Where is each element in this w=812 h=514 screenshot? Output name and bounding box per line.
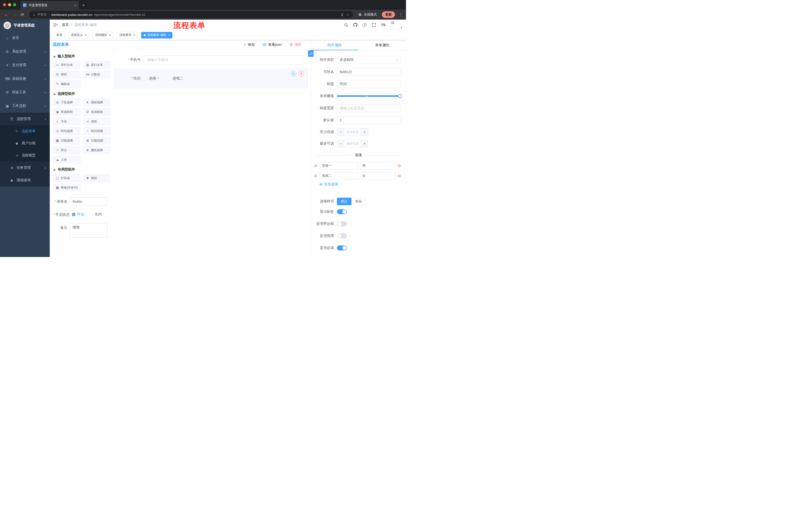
option-value-input[interactable] <box>360 162 396 169</box>
bookmark-star-icon[interactable]: ☆ <box>346 12 349 17</box>
grid-span-slider[interactable] <box>337 92 401 100</box>
palette-item-radio-group[interactable]: ◉单选框组 <box>53 108 80 116</box>
window-close-button[interactable] <box>3 3 6 6</box>
breadcrumb-home[interactable]: 首页 <box>62 23 69 27</box>
max-select-input[interactable] <box>344 140 361 147</box>
palette-item-cascader[interactable]: ⋔级联选择 <box>83 99 111 106</box>
palette-item-button[interactable]: ✚按钮 <box>83 174 111 182</box>
palette-item-editor[interactable]: ✎编辑器 <box>53 80 80 88</box>
delete-field-button[interactable] <box>298 71 304 77</box>
sidebar-item-payment[interactable]: ¥ 支付管理 ∨ <box>0 58 50 72</box>
status-off-radio[interactable]: 关闭 <box>89 212 102 217</box>
save-button[interactable]: ✓ 保存 <box>243 43 255 47</box>
canvas-field-phone[interactable]: *手机号 <box>114 55 311 64</box>
clear-button[interactable]: 清空 <box>289 43 301 47</box>
tag-close-icon[interactable]: × <box>85 33 87 37</box>
decrease-button[interactable]: − <box>337 140 344 147</box>
window-zoom-button[interactable] <box>13 3 16 6</box>
phone-input[interactable] <box>143 55 303 64</box>
user-avatar[interactable]: ▾ <box>390 20 402 29</box>
tab-close-icon[interactable]: × <box>75 3 76 7</box>
component-type-select[interactable]: 多选框组 ∨ <box>337 56 401 64</box>
address-bar[interactable]: ⚠ 不安全 | dashboard.yudao.iocoder.cn /bpm/… <box>29 11 353 18</box>
tag-process-definition[interactable]: 流程定义 × <box>68 32 89 38</box>
view-json-button[interactable]: 查看json <box>262 43 282 47</box>
decrease-button[interactable]: − <box>337 129 344 136</box>
collapse-sidebar-icon[interactable] <box>53 23 58 27</box>
tag-process-form-edit[interactable]: 流程表单-编辑 × <box>141 32 173 38</box>
status-on-radio[interactable]: 开启 <box>72 212 84 217</box>
field-name-input[interactable] <box>337 68 401 76</box>
drag-handle-icon[interactable] <box>314 174 318 178</box>
palette-item-table[interactable]: ▦表格[开发中] <box>53 184 80 191</box>
tab-component-props[interactable]: 组件属性 <box>311 40 358 50</box>
label-width-input[interactable] <box>337 104 401 112</box>
option-label-input[interactable] <box>320 162 358 169</box>
browser-update-button[interactable]: 更新 <box>382 11 395 18</box>
increase-button[interactable]: + <box>361 129 368 136</box>
tag-close-icon[interactable]: × <box>168 33 170 37</box>
min-select-input[interactable] <box>344 129 361 136</box>
show-label-switch[interactable] <box>337 209 347 214</box>
remove-option-icon[interactable]: ⊖ <box>398 174 401 178</box>
sidebar-item-leave-query[interactable]: ♟ 请假查询 <box>0 174 50 187</box>
gender-option-1-checkbox[interactable]: 选项一 <box>143 76 160 81</box>
palette-item-checkbox-group[interactable]: ☑多选框组 <box>83 108 111 116</box>
palette-item-date-range[interactable]: ⊞日期范围 <box>83 137 111 144</box>
sidebar-item-infrastructure[interactable]: ⌨ 基础设施 ∨ <box>0 72 50 85</box>
palette-item-row-container[interactable]: ▢行容器 <box>53 174 80 182</box>
sidebar-item-user-group[interactable]: ☻ 用户分组 <box>0 137 50 150</box>
remove-option-icon[interactable]: ⊖ <box>398 164 401 168</box>
sidebar-item-process-form[interactable]: ✎ 流程表单 <box>0 125 50 137</box>
palette-item-time-range[interactable]: ◔时间范围 <box>83 127 111 135</box>
required-switch[interactable] <box>337 245 347 250</box>
style-button-button[interactable]: 按钮 <box>351 198 366 205</box>
search-icon[interactable] <box>343 22 348 28</box>
palette-item-select[interactable]: ◎下拉选择 <box>53 99 80 106</box>
default-value-input[interactable] <box>337 116 401 124</box>
form-name-input[interactable] <box>70 197 108 206</box>
sidebar-item-process-model[interactable]: ⇗ 流程模型 <box>0 150 50 161</box>
fullscreen-icon[interactable] <box>371 22 376 28</box>
key-icon[interactable]: ⚷ <box>341 12 343 17</box>
style-default-button[interactable]: 默认 <box>337 198 351 205</box>
title-input[interactable] <box>337 80 401 88</box>
palette-item-color-picker[interactable]: ⊛颜色选择 <box>83 146 111 154</box>
palette-item-multi-line-text[interactable]: ▤多行文本 <box>83 61 111 69</box>
drag-handle-icon[interactable] <box>314 164 318 168</box>
tag-close-icon[interactable]: × <box>133 33 135 37</box>
canvas-field-gender-selected[interactable]: *性别 选项一 选项二 <box>114 69 308 88</box>
tag-close-icon[interactable]: × <box>109 33 111 37</box>
forward-button[interactable]: → <box>11 11 18 18</box>
palette-item-switch[interactable]: ◐开关 <box>53 118 80 125</box>
sidebar-item-task-management[interactable]: ⋔ 任务管理 ∨ <box>0 161 50 174</box>
palette-item-upload[interactable]: ☁上传 <box>53 156 80 163</box>
remark-textarea[interactable]: 嘿嘿 <box>70 223 108 238</box>
option-label-input[interactable] <box>320 172 358 180</box>
reload-button[interactable]: ⟳ <box>19 11 26 18</box>
palette-item-rate[interactable]: ☆评分 <box>53 146 80 154</box>
slider-handle[interactable] <box>398 94 402 98</box>
disabled-switch[interactable] <box>337 233 347 238</box>
palette-item-time-picker[interactable]: ◷时间选择 <box>53 127 80 135</box>
sidebar-item-workflow[interactable]: ▣ 工作流程 ∧ <box>0 99 50 113</box>
help-icon[interactable]: ? <box>362 22 367 28</box>
browser-menu-icon[interactable]: ⋮ <box>399 12 403 17</box>
palette-item-password[interactable]: ⊟密码 <box>53 71 80 78</box>
palette-item-date-picker[interactable]: ▦日期选择 <box>53 137 80 144</box>
new-tab-button[interactable]: + <box>82 3 85 8</box>
sidebar-item-devtools[interactable]: ⚒ 研发工具 ∨ <box>0 85 50 99</box>
option-value-input[interactable] <box>360 172 396 180</box>
palette-item-counter[interactable]: 123计数器 <box>83 71 111 78</box>
copy-field-button[interactable] <box>291 71 296 77</box>
sidebar-item-system[interactable]: ⚙ 系统管理 ∨ <box>0 45 50 58</box>
browser-tab[interactable]: 芋道管理系统 × <box>21 1 79 9</box>
window-minimize-button[interactable] <box>8 3 11 6</box>
back-button[interactable]: ← <box>3 11 9 18</box>
increase-button[interactable]: + <box>361 140 368 147</box>
link-handle-button[interactable] <box>308 50 314 57</box>
tab-form-props[interactable]: 表单属性 <box>358 40 406 50</box>
border-switch[interactable] <box>337 221 347 226</box>
gender-option-2-checkbox[interactable]: 选项二 <box>167 76 183 81</box>
add-option-button[interactable]: ⊕ 添加选项 <box>319 182 406 187</box>
